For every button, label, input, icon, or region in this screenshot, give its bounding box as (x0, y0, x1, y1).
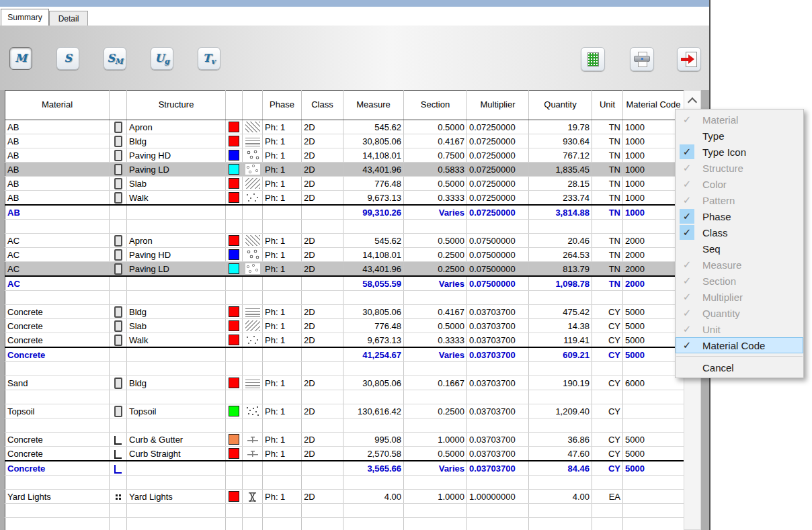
cell-structure: Bldg (127, 305, 226, 319)
tab-summary[interactable]: Summary (1, 9, 49, 26)
column-header-measure[interactable]: Measure (343, 91, 404, 120)
table-row[interactable]: ACApronPh: 12D545.620.50000.0750000020.4… (5, 234, 684, 248)
spreadsheet-export-button[interactable] (581, 47, 605, 71)
cell-color (226, 404, 243, 418)
cell-multiplier: 0.03703700 (467, 447, 529, 461)
cell-pattern (243, 220, 263, 234)
cell-structure (127, 461, 226, 476)
column-header-class[interactable]: Class (302, 91, 343, 120)
column-header-structure[interactable]: Structure (127, 91, 226, 120)
table-row[interactable]: ConcreteBldgPh: 12D30,805.060.41670.0370… (5, 305, 684, 319)
polyline-type-icon (114, 465, 122, 474)
menu-item-material-code[interactable]: ✓Material Code (676, 337, 803, 353)
cell-measure (343, 418, 404, 433)
cell-section: 0.7500 (404, 148, 467, 163)
cell-multiplier: 0.07250000 (467, 177, 529, 191)
table-row[interactable]: TopsoilTopsoilPh: 12D130,616.420.25000.0… (5, 404, 684, 418)
cell-material (5, 504, 110, 518)
table-row[interactable]: SandBldgPh: 12D30,805.060.16670.03703700… (5, 376, 684, 390)
cell-section: 0.2500 (404, 404, 467, 418)
menu-item-class[interactable]: ✓Class (676, 224, 803, 240)
toolbar-button-sm[interactable]: SM (104, 47, 126, 70)
table-row[interactable]: ABWalkPh: 12D9,673.130.33330.07250000233… (5, 191, 684, 206)
color-swatch (229, 448, 239, 459)
cell-structure: Topsoil (127, 404, 226, 418)
column-header-section[interactable]: Section (404, 91, 467, 120)
cell-measure: 9,673.13 (343, 191, 404, 206)
menu-item-cancel[interactable]: Cancel (676, 359, 803, 376)
area-type-icon (114, 136, 122, 147)
column-header-unit[interactable]: Unit (592, 91, 623, 120)
table-row[interactable]: ConcreteWalkPh: 12D9,673.130.33330.03703… (5, 333, 684, 348)
table-row[interactable]: ABApronPh: 12D545.620.50000.0725000019.7… (5, 120, 684, 134)
table-row[interactable]: Yard LightsYard LightsPh: 12D4.001.00001… (5, 490, 684, 504)
table-row[interactable]: ACPaving LDPh: 12D43,401.960.25000.07500… (5, 262, 684, 277)
table-row[interactable]: ACPaving HDPh: 12D14,108.010.25000.07500… (5, 248, 684, 262)
cell-unit (592, 504, 623, 518)
cell-section: 0.5000 (404, 447, 467, 461)
cell-quantity: 84.46 (529, 461, 592, 476)
column-header-phase[interactable]: Phase (263, 91, 302, 120)
cell-section: Varies (404, 276, 467, 291)
toolbar-button-tv-label: Tv (203, 53, 215, 64)
cell-phase (263, 390, 302, 404)
cell-unit: TN (592, 205, 623, 220)
hatch-pattern-icon (245, 406, 260, 416)
cell-phase (263, 518, 302, 530)
print-button[interactable] (630, 47, 654, 71)
toolbar-button-s[interactable]: S (56, 47, 79, 70)
cell-material: AC (5, 234, 110, 248)
cell-quantity: 36.86 (529, 433, 592, 447)
group-total-row[interactable]: Concrete41,254.67Varies0.03703700609.21C… (5, 347, 684, 362)
area-type-icon (114, 320, 122, 332)
table-row[interactable]: ABPaving HDPh: 12D14,108.010.75000.07250… (5, 148, 684, 163)
cell-cls: 2D (302, 433, 343, 447)
cell-unit (592, 291, 623, 305)
column-header-quantity[interactable]: Quantity (529, 91, 592, 120)
toolbar-button-m[interactable]: M (9, 47, 32, 70)
menu-item-type-icon[interactable]: ✓Type Icon (676, 144, 803, 160)
column-header-blank-1[interactable] (110, 91, 127, 120)
column-header-multiplier[interactable]: Multiplier (467, 91, 529, 120)
menu-item-phase[interactable]: ✓Phase (676, 208, 803, 224)
table-row[interactable]: ABSlabPh: 12D776.480.50000.0725000028.15… (5, 177, 684, 191)
tab-detail[interactable]: Detail (49, 11, 88, 26)
table-row[interactable]: ConcreteSlabPh: 12D776.480.50000.0370370… (5, 319, 684, 333)
scroll-up-button[interactable] (684, 91, 700, 110)
cell-multiplier: 0.03703700 (467, 433, 529, 447)
menu-item-seq[interactable]: Seq (676, 240, 803, 257)
group-total-row[interactable]: AB99,310.26Varies0.072500003,814.88TN100… (5, 205, 684, 220)
cell-icon (110, 305, 127, 319)
toolbar-button-tv[interactable]: Tv (198, 47, 220, 70)
column-header-material[interactable]: Material (5, 91, 110, 120)
cell-unit: CY (592, 319, 623, 333)
area-type-icon (114, 192, 122, 204)
menu-item-type[interactable]: Type (676, 128, 803, 144)
table-row[interactable]: ConcreteCurb StraightPh: 12D2,570.580.50… (5, 447, 684, 461)
cell-measure: 130,616.42 (343, 404, 404, 418)
toolbar-button-ug[interactable]: Ug (151, 47, 173, 70)
cell-multiplier (467, 362, 529, 376)
cell-code (623, 476, 684, 490)
group-total-row[interactable]: AC58,055.59Varies0.075000001,098.78TN200… (5, 276, 684, 291)
checkmark-icon: ✓ (680, 161, 694, 175)
export-report-button[interactable] (677, 47, 701, 71)
cell-quantity: 1,835.45 (529, 163, 592, 177)
column-header-blank-4[interactable] (243, 91, 263, 120)
column-header-blank-3[interactable] (226, 91, 243, 120)
cell-quantity: 3,814.88 (529, 205, 592, 220)
empty-row (5, 418, 684, 433)
cell-cls (302, 390, 343, 404)
area-type-icon (114, 306, 122, 318)
group-total-row[interactable]: Concrete3,565.66Varies0.0370370084.46CY5… (5, 461, 684, 476)
cell-color (226, 333, 243, 348)
cell-measure: 30,805.06 (343, 134, 404, 148)
cell-multiplier (467, 291, 529, 305)
table-row[interactable]: ABPaving LDPh: 12D43,401.960.58330.07250… (5, 163, 684, 177)
cell-section: Varies (404, 461, 467, 476)
summary-window: Summary Detail M S SM Ug Tv (0, 0, 709, 530)
table-row[interactable]: ABBldgPh: 12D30,805.060.41670.0725000093… (5, 134, 684, 148)
table-row[interactable]: ConcreteCurb & GutterPh: 12D995.081.0000… (5, 433, 684, 447)
cell-multiplier (467, 418, 529, 433)
hatch-pattern-icon (245, 306, 260, 317)
